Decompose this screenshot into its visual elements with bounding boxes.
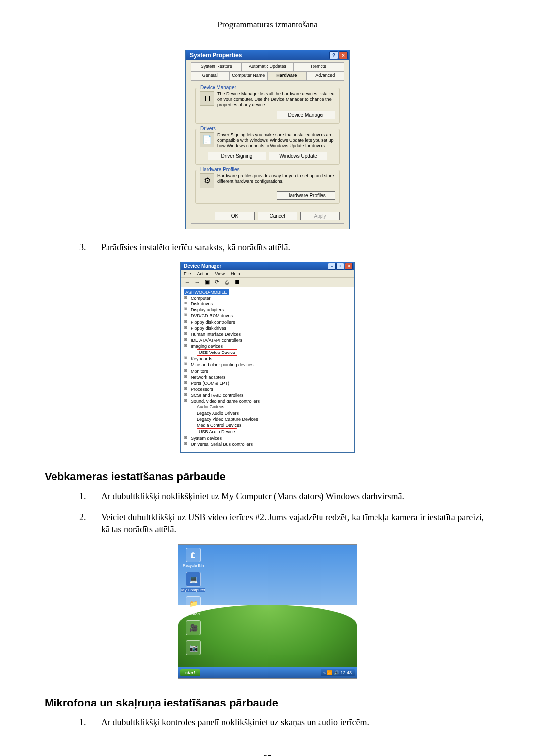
tree-leaf[interactable]: Legacy Video Capture Devices — [184, 416, 351, 422]
tree-node[interactable]: IDE ATA/ATAPI controllers — [184, 337, 351, 343]
tab-advanced[interactable]: Advanced — [306, 71, 345, 80]
desktop-icon-camera[interactable]: 📷 — [181, 640, 205, 656]
desktop-icon-video[interactable]: 🎥 — [181, 620, 205, 636]
toolbar-view-icon[interactable]: ▣ — [204, 279, 211, 286]
help-button[interactable]: ? — [329, 51, 338, 59]
menu-action[interactable]: Action — [197, 271, 210, 276]
tree-node[interactable]: Monitors — [184, 368, 351, 374]
maximize-button[interactable]: ▫ — [336, 263, 344, 270]
webcam-step-2-text: Veiciet dubultklikšķi uz USB video ierīc… — [101, 511, 490, 536]
camera-icon: 📷 — [186, 640, 201, 655]
tree-node[interactable]: Human Interface Devices — [184, 331, 351, 337]
tab-system-restore[interactable]: System Restore — [191, 62, 242, 71]
legend-drivers: Drivers — [199, 126, 217, 131]
tree-node[interactable]: Mice and other pointing devices — [184, 362, 351, 368]
desktop-icon-shared[interactable]: 📁 Shared — [181, 596, 205, 616]
minimize-button[interactable]: – — [328, 263, 336, 270]
video-icon: 🎥 — [186, 620, 201, 635]
cancel-button[interactable]: Cancel — [258, 212, 297, 220]
tree-leaf[interactable]: Legacy Audio Drivers — [184, 410, 351, 416]
tree-node[interactable]: Computer — [184, 295, 351, 301]
webcam-step-1-text: Ar dubultklikšķi noklikšķiniet uz My Com… — [101, 490, 490, 502]
toolbar-refresh-icon[interactable]: ⟳ — [214, 279, 220, 286]
menu-view[interactable]: View — [215, 271, 225, 276]
tab-remote[interactable]: Remote — [293, 62, 344, 71]
tab-general[interactable]: General — [191, 71, 229, 80]
footer-rule — [45, 751, 490, 751]
tree-node-sound[interactable]: Sound, video and game controllers — [184, 398, 351, 404]
header-rule — [45, 32, 490, 32]
tree-node-imaging[interactable]: Imaging devices — [184, 343, 351, 349]
tree-node[interactable]: Floppy disk controllers — [184, 319, 351, 325]
step-3: 3. Parādīsies instalēto ierīču saraksts,… — [79, 241, 490, 253]
tree-node[interactable]: Universal Serial Bus controllers — [184, 441, 351, 447]
tree-node[interactable]: Ports (COM & LPT) — [184, 380, 351, 386]
recycle-bin-icon: 🗑 — [186, 548, 201, 562]
toolbar-back-icon[interactable]: ← — [184, 279, 191, 286]
tree-node[interactable]: SCSI and RAID controllers — [184, 392, 351, 398]
webcam-step-1-num: 1. — [79, 490, 91, 502]
apply-button[interactable]: Apply — [300, 212, 340, 220]
hw-profiles-button[interactable]: Hardware Profiles — [277, 191, 335, 200]
xp-desktop-icons: 🗑 Recycle Bin 💻 My Computer 📁 Shared 🎥 📷 — [181, 548, 205, 656]
driver-signing-button[interactable]: Driver Signing — [208, 152, 266, 160]
devmgr-titlebar: Device Manager – ▫ × — [181, 262, 354, 270]
drivers-desc: Driver Signing lets you make sure that i… — [217, 132, 335, 149]
tree-leaf[interactable]: Media Control Devices — [184, 422, 351, 428]
device-manager-button[interactable]: Device Manager — [277, 111, 335, 119]
system-tray[interactable]: « 📶 🔊 12:48 — [321, 669, 355, 676]
close-button[interactable]: × — [339, 51, 348, 59]
recycle-bin-label: Recycle Bin — [181, 563, 205, 568]
devmgr-tree: ASHWOOD-MOBILE Computer Disk drives Disp… — [181, 287, 354, 453]
tree-node[interactable]: Keyboards — [184, 356, 351, 362]
hw-profiles-icon: ⚙ — [200, 173, 214, 188]
webcam-step-1: 1. Ar dubultklikšķi noklikšķiniet uz My … — [79, 490, 490, 502]
page-header: Programmatūras izmantošana — [45, 20, 490, 30]
toolbar-list-icon[interactable]: ≣ — [233, 279, 240, 286]
my-computer-label: My Computer — [181, 588, 205, 592]
fieldset-device-manager: Device Manager 🖥 The Device Manager list… — [195, 88, 340, 124]
start-button[interactable]: start — [180, 669, 200, 676]
usb-video-device-highlight[interactable]: USB Video Device — [197, 349, 237, 356]
tree-node[interactable]: Floppy disk drives — [184, 325, 351, 331]
device-manager-icon: 🖥 — [200, 91, 214, 106]
tab-computer-name[interactable]: Computer Name — [229, 71, 268, 80]
windows-update-button[interactable]: Windows Update — [269, 152, 327, 160]
tree-node[interactable]: Display adapters — [184, 307, 351, 313]
tree-root[interactable]: ASHWOOD-MOBILE — [184, 289, 229, 295]
figure-device-manager: Device Manager – ▫ × File Action View He… — [45, 262, 490, 453]
xp-taskbar: start « 📶 🔊 12:48 — [178, 667, 357, 678]
ok-button[interactable]: OK — [215, 212, 255, 220]
fieldset-hardware-profiles: Hardware Profiles ⚙ Hardware profiles pr… — [195, 170, 340, 204]
my-computer-icon: 💻 — [186, 572, 201, 587]
usb-audio-device-highlight[interactable]: USB Audio Device — [197, 428, 237, 435]
toolbar-fwd-icon[interactable]: → — [194, 279, 201, 286]
devmgr-toolbar: ← → ▣ ⟳ ⎙ ≣ — [181, 278, 354, 287]
step-3-number: 3. — [79, 241, 91, 253]
menu-help[interactable]: Help — [231, 271, 240, 276]
tree-node[interactable]: DVD/CD-ROM drives — [184, 313, 351, 319]
heading-mic-speaker-check: Mikrofona un skaļruņa iestatīšanas pārba… — [45, 697, 490, 709]
fieldset-drivers: Drivers 📄 Driver Signing lets you make s… — [195, 129, 340, 165]
desktop-icon-recycle-bin[interactable]: 🗑 Recycle Bin — [181, 548, 205, 568]
folder-icon: 📁 — [186, 596, 201, 611]
close-button[interactable]: × — [345, 263, 353, 270]
hw-profiles-desc: Hardware profiles provide a way for you … — [217, 173, 335, 185]
tree-node[interactable]: Network adapters — [184, 374, 351, 380]
sysprop-title-text: System Properties — [190, 52, 242, 59]
device-manager-desc: The Device Manager lists all the hardwar… — [217, 91, 335, 108]
tree-node[interactable]: Disk drives — [184, 301, 351, 307]
toolbar-print-icon[interactable]: ⎙ — [223, 279, 230, 286]
figure-system-properties: System Properties ? × System Restore Aut… — [45, 50, 490, 229]
tree-node[interactable]: System devices — [184, 435, 351, 441]
device-manager-window: Device Manager – ▫ × File Action View He… — [180, 262, 355, 453]
webcam-step-2-num: 2. — [79, 511, 91, 536]
desktop-icon-my-computer[interactable]: 💻 My Computer — [181, 572, 205, 592]
tab-automatic-updates[interactable]: Automatic Updates — [242, 62, 293, 71]
tab-hardware[interactable]: Hardware — [268, 71, 306, 80]
menu-file[interactable]: File — [184, 271, 191, 276]
tree-node[interactable]: Processors — [184, 386, 351, 392]
heading-webcam-check: Vebkameras iestatīšanas pārbaude — [45, 470, 490, 483]
webcam-step-2: 2. Veiciet dubultklikšķi uz USB video ie… — [79, 511, 490, 536]
tree-leaf[interactable]: Audio Codecs — [184, 404, 351, 410]
